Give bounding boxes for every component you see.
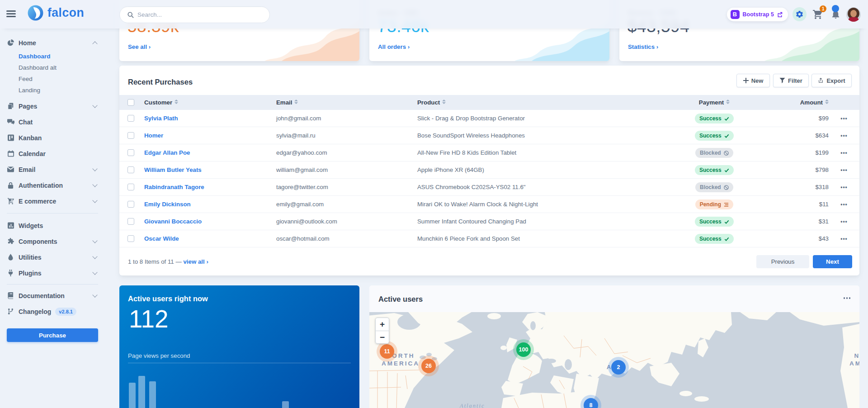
statistics-link[interactable]: Statistics ›	[628, 43, 658, 50]
view-all-link[interactable]: view all ›	[183, 258, 208, 265]
sidebar-subitem-dashboard[interactable]: Dashboard	[0, 51, 112, 62]
row-checkbox[interactable]	[127, 166, 134, 173]
chevron-down-icon	[92, 103, 97, 108]
customer-link[interactable]: William Butler Yeats	[144, 161, 202, 179]
row-actions-menu[interactable]: •••	[837, 110, 851, 127]
world-map[interactable]: + − NORTHAMERICAASIANORTHAMERICA Atlanti…	[369, 312, 859, 408]
all-orders-link[interactable]: All orders ›	[378, 43, 410, 50]
previous-button[interactable]: Previous	[756, 255, 809, 268]
zoom-out-button[interactable]: −	[375, 331, 389, 344]
sidebar-item-label: Plugins	[19, 270, 42, 277]
customer-link[interactable]: Rabindranath Tagore	[144, 179, 204, 196]
row-actions-menu[interactable]: •••	[837, 179, 851, 196]
row-actions-menu[interactable]: •••	[837, 144, 851, 161]
sidebar-item-utilities[interactable]: Utilities	[0, 249, 112, 265]
row-actions-menu[interactable]: •••	[837, 196, 851, 213]
email-cell: tagore@twitter.com	[276, 179, 328, 196]
sidebar-divider	[7, 213, 98, 213]
column-header-payment[interactable]: Payment	[676, 95, 752, 110]
sidebar-item-calendar[interactable]: Calendar	[0, 146, 112, 161]
card-menu-icon[interactable]	[844, 297, 851, 299]
row-actions-menu[interactable]: •••	[837, 127, 851, 144]
next-button[interactable]: Next	[813, 255, 852, 268]
page-views-bar	[149, 381, 156, 408]
sidebar-subitem-feed[interactable]: Feed	[0, 73, 112, 85]
see-all-link[interactable]: See all ›	[128, 43, 151, 50]
customer-link[interactable]: Giovanni Boccaccio	[144, 213, 202, 230]
row-checkbox[interactable]	[127, 115, 134, 122]
customer-link[interactable]: Sylvia Plath	[144, 110, 178, 127]
sidebar-subitem-dashboard-alt[interactable]: Dashboard alt	[0, 62, 112, 73]
sidebar-item-e-commerce[interactable]: E commerce	[0, 193, 112, 209]
amount-cell: $634	[783, 127, 829, 144]
column-header-product[interactable]: Product	[417, 95, 446, 110]
sidebar-item-kanban[interactable]: Kanban	[0, 130, 112, 146]
filter-button[interactable]: Filter	[773, 74, 809, 87]
new-button[interactable]: New	[736, 74, 770, 87]
map-marker[interactable]: 11	[380, 344, 394, 359]
sidebar-item-plugins[interactable]: Plugins	[0, 265, 112, 281]
sidebar-item-widgets[interactable]: Widgets	[0, 218, 112, 233]
map-marker[interactable]: 26	[421, 359, 436, 373]
zoom-in-button[interactable]: +	[375, 318, 389, 331]
row-checkbox[interactable]	[127, 218, 134, 225]
column-header-amount[interactable]: Amount	[783, 95, 829, 110]
divider	[128, 363, 351, 363]
page-views-bar	[129, 383, 136, 408]
sidebar-item-label: Pages	[19, 103, 37, 110]
sidebar-item-changelog[interactable]: Changelogv2.8.1	[0, 304, 112, 319]
map-land	[369, 312, 859, 408]
customer-link[interactable]: Edgar Allan Poe	[144, 144, 190, 161]
amount-cell: $318	[783, 179, 829, 196]
map-zoom-control: + −	[375, 318, 389, 344]
settings-gear-icon[interactable]	[793, 7, 807, 21]
external-link-icon	[777, 12, 783, 17]
row-checkbox[interactable]	[127, 149, 134, 156]
row-checkbox[interactable]	[127, 235, 134, 242]
sidebar-item-email[interactable]: Email	[0, 161, 112, 177]
map-marker[interactable]: 2	[611, 360, 626, 375]
active-users-map-card: Active users	[369, 285, 859, 408]
row-actions-menu[interactable]: •••	[837, 161, 851, 179]
amount-cell: $31	[783, 213, 829, 230]
comments-icon	[7, 118, 14, 126]
hamburger-menu-icon[interactable]	[6, 10, 16, 18]
bootstrap-badge[interactable]: B Bootstrap 5	[727, 8, 788, 21]
map-marker[interactable]: 100	[516, 342, 531, 357]
sidebar-item-pages[interactable]: Pages	[0, 98, 112, 114]
select-all-checkbox[interactable]	[127, 99, 134, 106]
sidebar-subitem-landing[interactable]: Landing	[0, 85, 112, 96]
sidebar-item-documentation[interactable]: Documentation	[0, 288, 112, 304]
payment-status-badge: Pending	[695, 199, 734, 209]
notification-dot	[832, 5, 839, 12]
customer-link[interactable]: Homer	[144, 127, 163, 144]
poll-icon	[7, 222, 14, 229]
shopping-cart-icon[interactable]: 1	[811, 8, 825, 21]
purchase-button[interactable]: Purchase	[7, 328, 98, 342]
amount-cell: $43	[783, 230, 829, 247]
sidebar-item-chat[interactable]: Chat	[0, 114, 112, 130]
sidebar-item-authentication[interactable]: Authentication	[0, 177, 112, 193]
user-avatar[interactable]	[846, 7, 861, 22]
branch-icon	[7, 308, 14, 315]
notifications-bell-icon[interactable]	[829, 8, 842, 21]
row-checkbox[interactable]	[127, 184, 134, 190]
row-checkbox[interactable]	[127, 201, 134, 208]
sidebar-item-home[interactable]: Home	[0, 35, 112, 51]
table-row: Sylvia Plathjohn@gmail.comSlick - Drag &…	[119, 110, 859, 127]
row-actions-menu[interactable]: •••	[837, 230, 851, 247]
sort-icon	[726, 100, 730, 104]
table-row: Rabindranath Tagoretagore@twitter.comASU…	[119, 179, 859, 196]
row-checkbox[interactable]	[127, 132, 134, 139]
chevron-down-icon	[92, 166, 97, 171]
column-header-customer[interactable]: Customer	[144, 95, 178, 110]
column-header-email[interactable]: Email	[276, 95, 298, 110]
sidebar-item-components[interactable]: Components	[0, 233, 112, 249]
export-button[interactable]: Export	[811, 74, 852, 87]
row-actions-menu[interactable]: •••	[837, 213, 851, 230]
customer-link[interactable]: Emily Dickinson	[144, 196, 191, 213]
customer-link[interactable]: Oscar Wilde	[144, 230, 179, 247]
sidebar-item-label: Kanban	[19, 134, 42, 142]
search-input[interactable]: Search...	[119, 6, 270, 23]
falcon-logo[interactable]: falcon	[27, 5, 84, 21]
